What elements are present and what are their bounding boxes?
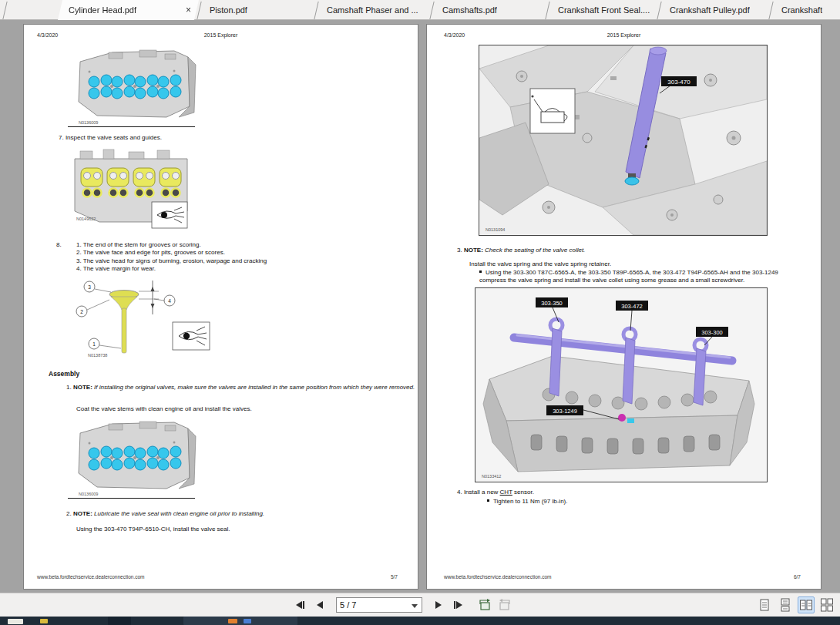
note-text: Lubricate the valve seal with clean engi… <box>94 510 264 517</box>
tab-label: Camshaft Phaser and ... <box>327 5 418 15</box>
svg-text:303-350: 303-350 <box>541 300 563 307</box>
bullet-tighten-instruction: Tighten to 11 Nm (97 lb-in). <box>487 498 567 506</box>
install-instruction: Install the valve spring and the valve s… <box>469 260 611 268</box>
figure-cylinder-head-valve-seats: N0136009 <box>66 46 197 126</box>
taskbar-app-group[interactable] <box>183 617 297 625</box>
tab-crankshaft[interactable]: Crankshaft <box>771 0 840 20</box>
svg-text:303-1249: 303-1249 <box>553 408 577 415</box>
callout-3: 3 <box>88 284 91 290</box>
step-8-label: 8. <box>56 241 62 249</box>
bullet-marker <box>487 499 489 502</box>
note-2: 2. NOTE: Lubricate the valve seal with c… <box>66 510 417 518</box>
viewer-toolbar: 5 / 7 <box>0 593 840 617</box>
taskbar-icon[interactable] <box>228 619 237 623</box>
view-facing-pages-icon[interactable] <box>798 596 815 613</box>
oil-can-icon <box>530 89 575 133</box>
tab-edge-partial <box>2 2 7 19</box>
figure-cylinder-head-valve-seals: N0136009 <box>66 418 197 498</box>
footer-url: www.beta.fordtechservice.dealerconnectio… <box>37 574 144 580</box>
footer-page-number: 6/7 <box>794 574 801 580</box>
bullet-marker <box>479 270 482 273</box>
cht-sensor-link[interactable]: CHT <box>500 489 512 496</box>
pdf-viewer-window: Cylinder Head.pdf × Piston.pdf Camshaft … <box>0 0 840 625</box>
close-icon[interactable]: × <box>176 5 191 15</box>
tab-label: Cylinder Head.pdf <box>69 5 136 15</box>
taskbar-icon[interactable] <box>8 619 23 624</box>
note-number: 3. <box>457 247 462 254</box>
tab-crankshaft-front-seal[interactable]: Crankshaft Front Seal.... <box>547 0 659 20</box>
note-1: 1. NOTE: If installing the original valv… <box>66 384 417 391</box>
tab-camshafts[interactable]: Camshafts.pdf <box>432 0 547 20</box>
tab-label: Crankshaft Pulley.pdf <box>670 5 750 15</box>
bullet-compress-instruction: Using the 303-300 T87C-6565-A, the 303-3… <box>479 269 781 285</box>
rotate-left-icon[interactable] <box>476 596 493 613</box>
figure-underline <box>68 498 195 499</box>
figure-caption: N0131094 <box>486 227 505 232</box>
taskbar-icon[interactable] <box>108 617 131 625</box>
step-8-list: 1. The end of the stem for grooves or sc… <box>76 241 408 274</box>
page-number-input[interactable]: 5 / 7 <box>336 597 422 613</box>
chevron-down-icon[interactable] <box>412 604 418 608</box>
footer-page-number: 5/7 <box>391 574 398 580</box>
figure-caption: N0136009 <box>79 492 98 496</box>
figure-valve-seal-installer: 303-470 N0131094 <box>479 45 768 236</box>
pdf-page-right: 4/3/2020 2015 Explorer <box>426 24 822 590</box>
rotate-right-icon[interactable] <box>496 596 513 613</box>
page-navigation-group: 5 / 7 <box>291 596 513 613</box>
callout-1: 1 <box>92 341 96 347</box>
tab-label: Piston.pdf <box>210 5 247 15</box>
tab-crankshaft-pulley[interactable]: Crankshaft Pulley.pdf <box>659 0 771 20</box>
figure-caption: N0136009 <box>79 120 98 125</box>
tab-label: Crankshaft <box>781 5 822 15</box>
tab-cylinder-head[interactable]: Cylinder Head.pdf × <box>58 0 199 20</box>
coat-instruction: Coat the valve stems with clean engine o… <box>76 405 252 413</box>
note-text: If installing the original valves, make … <box>94 384 415 391</box>
figure-underline <box>68 126 195 127</box>
assembly-heading: Assembly <box>49 370 79 378</box>
eye-inspection-icon <box>152 202 187 228</box>
step-8-item: 1. The end of the stem for grooves or sc… <box>76 241 408 249</box>
figure-caption: N0149622 <box>76 217 96 221</box>
tab-bar: Cylinder Head.pdf × Piston.pdf Camshaft … <box>0 0 840 20</box>
using-instruction: Using the 303-470 T94P-6510-CH, install … <box>76 526 230 533</box>
step-8-item: 4. The valve margin for wear. <box>76 265 408 273</box>
view-continuous-icon[interactable] <box>777 596 794 613</box>
tab-piston[interactable]: Piston.pdf <box>199 0 316 20</box>
tab-label: Camshafts.pdf <box>442 5 497 15</box>
step-8-item: 2. The valve face and edge for pits, gro… <box>76 249 408 257</box>
previous-page-button[interactable] <box>311 596 328 613</box>
tab-camshaft-phaser[interactable]: Camshaft Phaser and ... <box>316 0 432 20</box>
step-4-text: 4. Install a new CHT sensor. <box>457 489 534 496</box>
document-canvas: 4/3/2020 2015 Explorer N0136009 7. <box>0 20 840 593</box>
next-page-button[interactable] <box>430 596 447 613</box>
first-page-button[interactable] <box>291 596 308 613</box>
note-text: Check the seating of the valve collet. <box>485 247 585 254</box>
page-header-title: 2015 Explorer <box>427 32 821 38</box>
page-header-title: 2015 Explorer <box>24 32 418 38</box>
note-label: NOTE: <box>73 384 92 391</box>
callout-4: 4 <box>168 298 171 304</box>
figure-caption: N0138738 <box>88 353 107 358</box>
figure-valve-callout-diagram: 3 2 4 1 <box>66 279 220 358</box>
figure-valve-seats-inspection: N0149622 <box>69 145 193 234</box>
note-number: 1. <box>66 384 72 391</box>
eye-inspection-icon <box>173 322 210 350</box>
callout-2: 2 <box>80 309 83 314</box>
taskbar-icon[interactable] <box>244 619 251 623</box>
figure-caption: N0133412 <box>482 474 501 479</box>
pdf-page-left: 4/3/2020 2015 Explorer N0136009 7. <box>23 24 418 590</box>
note-label: NOTE: <box>73 510 92 517</box>
os-taskbar <box>0 617 840 625</box>
step-7-text: 7. Inspect the valve seats and guides. <box>59 134 162 142</box>
view-book-continuous-icon[interactable] <box>818 596 835 613</box>
svg-text:303-470: 303-470 <box>667 79 690 86</box>
view-mode-group <box>756 596 835 613</box>
note-number: 2. <box>66 510 72 517</box>
note-3: 3. NOTE: Check the seating of the valve … <box>457 247 808 254</box>
taskbar-icon[interactable] <box>40 619 48 623</box>
last-page-button[interactable] <box>450 596 467 613</box>
tab-label: Crankshaft Front Seal.... <box>558 5 650 15</box>
view-single-page-icon[interactable] <box>756 596 773 613</box>
footer-url: www.beta.fordtechservice.dealerconnectio… <box>444 574 551 580</box>
step-8-item: 3. The valve head for signs of burning, … <box>76 257 408 265</box>
